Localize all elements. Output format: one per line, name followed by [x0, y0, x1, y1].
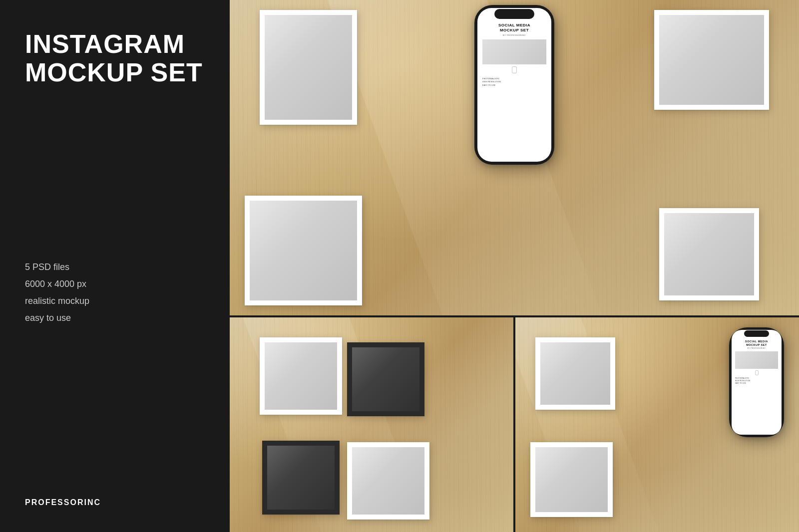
br-card-1: [535, 337, 615, 410]
right-content: SOCIAL MEDIAMOCKUP SET BY PROFESSORINC P…: [230, 0, 799, 532]
left-panel: INSTAGRAMMOCKUP SET 5 PSD files 6000 x 4…: [0, 0, 230, 532]
main-title: INSTAGRAMMOCKUP SET: [25, 30, 205, 87]
spec-realistic: realistic mockup: [25, 292, 205, 309]
spec-resolution: 6000 x 4000 px: [25, 275, 205, 292]
bl-card-4: [347, 442, 429, 520]
phone-screen-subtitle: BY PROFESSORINC: [503, 34, 526, 36]
phone-mockup-main: SOCIAL MEDIAMOCKUP SET BY PROFESSORINC P…: [474, 5, 554, 165]
phone-screen-small: SOCIAL MEDIAMOCKUP SET BY PROFESSORINC P…: [732, 330, 782, 435]
phone-screen-small-img: [735, 351, 778, 369]
phone-screen-title: SOCIAL MEDIAMOCKUP SET: [498, 23, 530, 32]
phone-screen-small-icon: [755, 370, 759, 375]
photo-card-top-left: [260, 10, 357, 125]
bottom-row: SOCIAL MEDIAMOCKUP SET BY PROFESSORINC P…: [230, 317, 799, 532]
bl-card-2: [347, 342, 424, 416]
specs: 5 PSD files 6000 x 4000 px realistic moc…: [25, 259, 205, 327]
bl-card-3: [262, 441, 340, 515]
phone-screen-features: PHOTOREALISTICHIGH RESOLUTIONEASY TO USE: [482, 77, 546, 87]
phone-notch-small: [744, 330, 769, 337]
phone-mockup-small: SOCIAL MEDIAMOCKUP SET BY PROFESSORINC P…: [729, 327, 784, 437]
spec-easy: easy to use: [25, 309, 205, 326]
photo-card-top-right: [654, 10, 769, 110]
phone-screen-icon: [512, 66, 517, 73]
photo-card-bottom-right: [659, 208, 759, 300]
phone-screen-main: SOCIAL MEDIAMOCKUP SET BY PROFESSORINC P…: [477, 8, 551, 162]
phone-notch: [494, 9, 534, 19]
phone-screen-small-sub: BY PROFESSORINC: [748, 347, 766, 349]
bl-card-1: [260, 337, 342, 415]
br-card-2: [530, 442, 613, 517]
spec-files: 5 PSD files: [25, 259, 205, 275]
bottom-left-mockup: [230, 317, 513, 532]
brand-name: PROFESSORINC: [25, 498, 205, 507]
photo-card-bottom-left: [245, 196, 362, 305]
bottom-right-mockup: SOCIAL MEDIAMOCKUP SET BY PROFESSORINC P…: [515, 317, 799, 532]
top-mockup: SOCIAL MEDIAMOCKUP SET BY PROFESSORINC P…: [230, 0, 799, 315]
phone-screen-small-title: SOCIAL MEDIAMOCKUP SET: [745, 340, 768, 346]
phone-screen-image: [482, 39, 546, 64]
phone-screen-small-features: PHOTOREALISTICHIGH RESOLUTIONEASY TO USE: [735, 377, 778, 385]
